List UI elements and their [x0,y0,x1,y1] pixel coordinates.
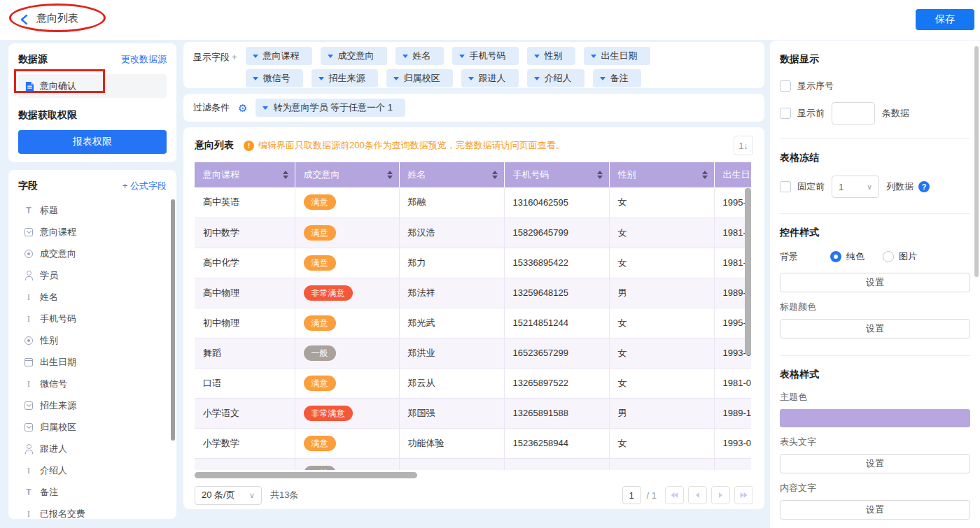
header-text-set-button[interactable]: 设置 [780,454,970,473]
field-chip[interactable]: 招生来源 [312,69,378,87]
title-icon [24,206,34,215]
field-item[interactable]: 学员 [18,264,167,286]
page-total: / 1 [647,490,657,501]
freeze-count-select[interactable]: 1 ∨ [832,176,879,198]
background-set-button[interactable]: 设置 [780,273,970,292]
column-header[interactable]: 意向课程 [195,162,295,187]
chevron-down-icon [393,77,399,80]
filter-chip[interactable]: 转为意向学员 等于任意一个 1 [255,99,405,117]
fields-scrollbar[interactable] [171,199,175,441]
prev-page-button[interactable] [688,486,707,504]
field-chip[interactable]: 成交意向 [321,47,387,65]
field-item[interactable]: 跟进人 [18,438,167,459]
sorter-icon[interactable] [597,171,603,179]
status-badge: 满意 [304,376,336,391]
field-item[interactable]: 归属校区 [18,416,167,438]
title-color-set-button[interactable]: 设置 [780,319,970,338]
chevron-down-icon [468,77,474,80]
person-icon [24,271,34,280]
field-item[interactable]: 备注 [18,481,167,503]
select-icon [24,401,33,410]
page-number-input[interactable]: 1 [622,486,641,504]
show-index-checkbox[interactable] [780,80,791,92]
text-icon [24,378,34,390]
back-icon[interactable] [20,14,29,25]
save-button[interactable]: 保存 [916,9,974,30]
display-fields-label: 显示字段+ [193,51,237,83]
report-permission-button[interactable]: 报表权限 [18,130,167,154]
field-chip[interactable]: 跟进人 [461,69,519,87]
datasource-item-label: 意向确认 [40,80,76,92]
field-chip[interactable]: 出生日期 [584,47,650,65]
datasource-item[interactable]: 意向确认 [18,74,167,98]
field-item[interactable]: 出生日期 [18,351,167,373]
chevron-down-icon [534,77,540,80]
table-horizontal-scrollbar[interactable] [195,472,417,478]
datasource-panel: 数据源 更改数据源 意向确认 数据获取权限 报表权限 [8,43,176,162]
gear-icon[interactable]: ⚙ [238,103,247,113]
field-chip[interactable]: 微信号 [246,69,303,87]
field-item[interactable]: 手机号码 [18,308,167,329]
field-chip[interactable]: 归属校区 [386,69,453,87]
status-badge: 一般 [304,466,336,471]
next-page-button[interactable] [711,486,730,504]
column-header[interactable]: 成交意向 [295,162,399,187]
column-header[interactable]: 出生日期 [714,162,751,187]
show-top-checkbox[interactable] [780,108,791,119]
field-item[interactable]: 成交意向 [18,243,167,264]
field-item[interactable]: 姓名 [18,286,167,308]
add-formula-field-link[interactable]: + 公式字段 [122,180,167,192]
sorter-icon[interactable] [492,171,498,179]
background-label: 背景 [780,250,830,263]
show-index-row: 显示序号 [780,80,970,92]
show-top-row: 显示前 条数据 [780,102,970,124]
last-page-button[interactable] [734,486,753,504]
theme-color-swatch[interactable] [780,409,970,427]
field-chip[interactable]: 意向课程 [246,47,312,65]
field-item[interactable]: 招生来源 [18,394,167,416]
show-top-input[interactable] [832,102,875,124]
page-size-select[interactable]: 20 条/页 ∨ [195,486,262,505]
table-row: 初中物理 满意 郑光武 15214851244 女 1995-01 [195,308,751,338]
freeze-checkbox[interactable] [780,181,791,192]
field-chip[interactable]: 手机号码 [452,47,519,65]
settings-scrollbar[interactable] [974,46,979,277]
first-page-button[interactable] [665,486,684,504]
question-icon[interactable]: ? [918,181,930,192]
change-datasource-link[interactable]: 更改数据源 [121,53,167,66]
sorter-icon[interactable] [702,171,708,179]
field-item[interactable]: 性别 [18,329,167,351]
field-item[interactable]: 已报名交费 [18,503,167,519]
field-item[interactable]: 标题 [18,199,167,221]
content-text-set-button[interactable]: 设置 [780,500,970,520]
sorter-icon[interactable] [387,171,393,179]
field-chip[interactable]: 性别 [527,47,575,65]
chevron-down-icon [402,55,408,58]
pagination-last-icon [739,491,748,499]
sort-order-icon[interactable]: 1↓ [734,136,753,155]
field-chip[interactable]: 备注 [593,69,641,87]
table-row: 小学语文 非常满意 郑国强 13265891588 男 1989-11 [195,398,751,428]
widget-style-title: 控件样式 [780,227,970,239]
column-header[interactable]: 姓名 [399,162,504,187]
column-header[interactable]: 手机号码 [504,162,609,187]
solid-color-radio[interactable] [830,251,841,262]
radio-icon [24,336,33,345]
table-vertical-scrollbar[interactable] [745,188,751,355]
header-text-label: 表头文字 [780,436,970,448]
text-icon [24,292,34,303]
column-header[interactable]: 性别 [609,162,714,187]
field-item[interactable]: 介绍人 [18,459,167,481]
sorter-icon[interactable] [283,171,288,179]
add-field-button[interactable]: + [232,52,237,62]
select-icon [24,228,33,236]
field-chip[interactable]: 介绍人 [527,69,584,87]
field-item[interactable]: 意向课程 [18,221,167,243]
field-chip[interactable]: 姓名 [396,47,444,65]
fields-title: 字段 [18,180,38,192]
image-radio[interactable] [883,251,894,262]
theme-color-label: 主题色 [780,391,970,404]
table-freeze-title: 表格冻结 [780,152,970,164]
field-item[interactable]: 微信号 [18,373,167,394]
preview-table: 意向课程 成交意向 姓名 手机号码 性别 出生日期 高中英语 满意 郑融 131… [195,162,751,470]
